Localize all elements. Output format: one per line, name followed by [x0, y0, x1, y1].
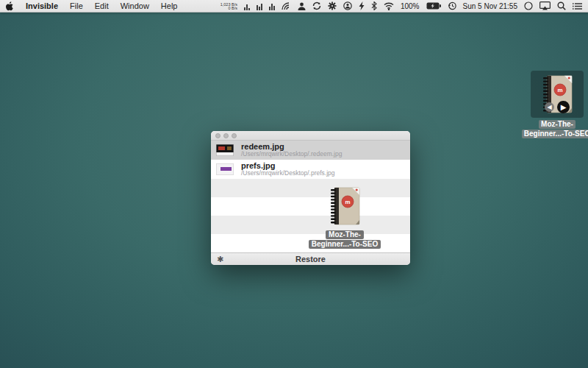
window-title-bar[interactable] [211, 131, 410, 141]
drag-label-line1: Moz-The- [326, 230, 364, 239]
next-page-icon[interactable]: ▶ [557, 101, 570, 113]
desktop-icon-label-line1: Moz-The- [539, 120, 576, 129]
drag-label-line2: Beginner...-To-SEO [309, 240, 381, 249]
spotlight-icon[interactable] [557, 1, 566, 10]
menu-help[interactable]: Help [161, 1, 178, 10]
vpn-icon[interactable] [343, 1, 352, 10]
menu-window[interactable]: Window [121, 1, 149, 10]
gear-button[interactable]: ✱ [217, 254, 223, 265]
disk-meter-icon[interactable] [269, 2, 275, 10]
moz-book-file-icon: m [329, 187, 361, 226]
wifi-icon[interactable] [384, 2, 394, 10]
file-path: /Users/mrqwirk/Desktop/.redeem.jpg [241, 151, 342, 158]
battery-icon[interactable] [426, 2, 441, 10]
desktop-file-moz-seo[interactable]: m ◀ ▶ Moz-The- Beginner...-To-SEO [529, 71, 585, 138]
user-icon[interactable] [298, 2, 306, 10]
cpu-meter-icon[interactable] [244, 2, 250, 10]
siri-icon[interactable] [524, 1, 533, 10]
battery-percent-label: 100% [401, 2, 420, 10]
menu-file[interactable]: File [70, 1, 83, 10]
gear-menu-icon[interactable] [328, 1, 337, 10]
file-row-redeem[interactable]: redeem.jpg /Users/mrqwirk/Desktop/.redee… [211, 141, 410, 160]
hotspot-icon[interactable] [282, 2, 291, 10]
menu-clock[interactable]: Sun 5 Nov 21:55 [463, 2, 518, 10]
svg-text:m: m [557, 87, 562, 93]
network-down-label: 0 B/s [228, 7, 237, 10]
desktop: Invisible File Edit Window Help 1,023 B/… [0, 0, 588, 368]
menu-bar: Invisible File Edit Window Help 1,023 B/… [0, 0, 588, 13]
apple-menu-icon[interactable] [6, 1, 14, 11]
close-button[interactable] [215, 133, 220, 138]
network-throughput[interactable]: 1,023 B/s 0 B/s [220, 2, 237, 10]
file-row-prefs[interactable]: prefs.jpg /Users/mrqwirk/Desktop/.prefs.… [211, 160, 410, 179]
memory-meter-icon[interactable] [257, 2, 262, 10]
preview-page-arrows: ◀ ▶ [545, 101, 570, 113]
menu-app-name[interactable]: Invisible [26, 1, 58, 10]
restore-button[interactable]: Restore [211, 255, 410, 263]
time-machine-icon[interactable] [448, 1, 456, 10]
menu-edit[interactable]: Edit [95, 1, 109, 10]
redeem-thumbnail-icon [216, 144, 234, 156]
zoom-button[interactable] [232, 133, 237, 138]
icon-selection-highlight: m ◀ ▶ [531, 71, 584, 118]
airplay-icon[interactable] [539, 1, 551, 10]
svg-text:m: m [345, 199, 350, 205]
file-path: /Users/mrqwirk/Desktop/.prefs.jpg [241, 170, 335, 177]
previous-page-icon[interactable]: ◀ [545, 102, 554, 112]
desktop-icon-label-line2: Beginner...-To-SEO [522, 130, 588, 138]
minimize-button[interactable] [223, 133, 229, 138]
notification-center-icon[interactable] [573, 2, 582, 10]
window-bottom-bar: ✱ Restore [211, 252, 410, 265]
bluetooth-icon[interactable] [371, 1, 377, 10]
power-bolt-icon[interactable] [359, 1, 365, 10]
dragged-file[interactable]: m Moz-The- Beginner...-To-SEO [329, 187, 417, 249]
sync-icon[interactable] [312, 1, 321, 10]
prefs-thumbnail-icon [216, 163, 234, 175]
